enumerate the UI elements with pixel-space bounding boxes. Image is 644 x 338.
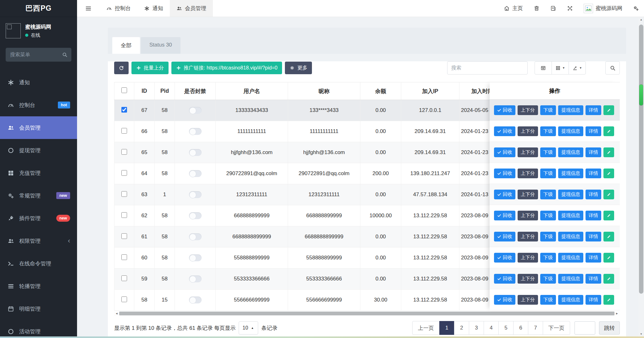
action-lower-level-button[interactable]: 下级 [540,126,556,136]
detail-view-button[interactable] [535,61,552,75]
row-checkbox[interactable] [121,275,127,281]
action-recycle-button[interactable]: 回收 [494,274,515,284]
export-button[interactable]: ▼ [569,61,586,75]
col-username[interactable]: 用户名 [216,82,288,100]
ban-toggle[interactable] [189,191,202,198]
sidebar-item-notice[interactable]: 通知 [0,71,77,94]
page-button-6[interactable]: 6 [513,321,528,335]
horizontal-scrollbar[interactable]: ◄ ► [114,311,619,316]
action-withdraw-info-button[interactable]: 提现信息 [558,105,583,115]
row-checkbox[interactable] [121,254,127,260]
more-button[interactable]: 更多 [285,62,312,74]
col-pid[interactable]: Pid [155,82,175,100]
action-edit-button[interactable] [603,211,614,220]
action-lower-level-button[interactable]: 下级 [540,274,556,284]
page-button-5[interactable]: 5 [498,321,514,335]
page-button-1[interactable]: 1 [439,321,454,335]
sidebar-item-detail[interactable]: 明细管理 [0,297,77,320]
page-button-4[interactable]: 4 [484,321,499,335]
action-updown-score-button[interactable]: 上下分 [518,253,538,263]
row-checkbox[interactable] [121,233,127,239]
action-withdraw-info-button[interactable]: 提现信息 [558,147,583,157]
col-nickname[interactable]: 昵称 [288,82,360,100]
promo-link-button[interactable]: 推广链接: https://btcasino818.vip/#/?pid=0 [171,62,282,74]
ban-toggle[interactable] [189,275,202,282]
home-link[interactable]: 主页 [498,0,528,17]
vertical-scrollbar-thumb[interactable] [639,25,643,294]
action-lower-level-button[interactable]: 下级 [540,169,556,178]
action-detail-button[interactable]: 详情 [586,274,601,284]
action-detail-button[interactable]: 详情 [586,253,601,263]
action-edit-button[interactable] [603,147,614,157]
horizontal-scrollbar-thumb[interactable] [119,312,614,315]
col-join-ip[interactable]: 加入IP [401,82,459,100]
action-updown-score-button[interactable]: 上下分 [518,274,538,284]
action-detail-button[interactable]: 详情 [586,211,601,220]
settings-button[interactable] [628,0,644,17]
clear-cache-link[interactable] [528,0,545,17]
select-all-checkbox[interactable] [121,87,127,93]
action-withdraw-info-button[interactable]: 提现信息 [558,253,583,263]
action-edit-button[interactable] [603,105,614,115]
table-search-input[interactable] [447,61,528,75]
action-lower-level-button[interactable]: 下级 [540,253,556,263]
action-detail-button[interactable]: 详情 [586,147,601,157]
col-banned[interactable]: 是否封禁 [175,82,216,100]
action-recycle-button[interactable]: 回收 [494,105,515,115]
navbar-tab-members[interactable]: 会员管理 [170,0,213,17]
action-recycle-button[interactable]: 回收 [494,147,515,157]
scroll-down-icon[interactable]: ▼ [638,332,644,336]
ban-toggle[interactable] [189,254,202,261]
action-recycle-button[interactable]: 回收 [494,295,515,305]
ban-toggle[interactable] [189,212,202,219]
action-recycle-button[interactable]: 回收 [494,126,515,136]
next-page-button[interactable]: 下一页 [543,321,570,335]
action-withdraw-info-button[interactable]: 提现信息 [558,211,583,220]
sidebar-item-console[interactable]: 控制台hot [0,94,77,116]
sidebar-toggle-button[interactable] [77,0,100,17]
bulk-add-score-button[interactable]: 批量上分 [131,62,169,74]
action-recycle-button[interactable]: 回收 [494,232,515,241]
tab-status-30[interactable]: Status 30 [141,37,180,54]
action-withdraw-info-button[interactable]: 提现信息 [558,169,583,178]
search-button[interactable] [605,61,620,75]
action-updown-score-button[interactable]: 上下分 [518,169,538,178]
prev-page-button[interactable]: 上一页 [412,321,440,335]
user-menu[interactable]: 蜜桃源码网 [578,0,628,17]
vertical-scrollbar[interactable]: ▲ ▼ [638,18,644,336]
action-withdraw-info-button[interactable]: 提现信息 [558,295,583,305]
scroll-up-icon[interactable]: ▲ [638,18,644,22]
sidebar-item-permissions[interactable]: 权限管理‹ [0,230,77,252]
action-updown-score-button[interactable]: 上下分 [518,232,538,241]
page-size-dropdown[interactable]: 10 ▲ [239,321,258,335]
action-edit-button[interactable] [603,169,614,178]
action-edit-button[interactable] [603,126,614,136]
ban-toggle[interactable] [189,128,202,135]
navbar-tab-notice[interactable]: 通知 [137,0,170,17]
ban-toggle[interactable] [189,170,202,177]
sidebar-item-online-command[interactable]: 在线命令管理 [0,252,77,275]
action-recycle-button[interactable]: 回收 [494,211,515,220]
action-edit-button[interactable] [603,274,614,284]
action-withdraw-info-button[interactable]: 提现信息 [558,190,583,199]
action-detail-button[interactable]: 详情 [586,295,601,305]
ban-toggle[interactable] [189,296,202,303]
navbar-tab-console[interactable]: 控制台 [100,0,137,17]
ban-toggle[interactable] [189,107,202,114]
col-id[interactable]: ID [134,82,155,100]
action-updown-score-button[interactable]: 上下分 [518,190,538,199]
page-button-2[interactable]: 2 [454,321,469,335]
ban-toggle[interactable] [189,149,202,156]
action-lower-level-button[interactable]: 下级 [540,232,556,241]
row-checkbox[interactable] [121,191,127,197]
action-updown-score-button[interactable]: 上下分 [518,147,538,157]
page-button-3[interactable]: 3 [469,321,484,335]
action-edit-button[interactable] [603,232,614,241]
action-updown-score-button[interactable]: 上下分 [518,105,538,115]
fullscreen-button[interactable] [562,0,578,17]
action-lower-level-button[interactable]: 下级 [540,211,556,220]
row-checkbox[interactable] [121,149,127,155]
action-detail-button[interactable]: 详情 [586,105,601,115]
sidebar-search-input[interactable] [6,48,71,62]
action-lower-level-button[interactable]: 下级 [540,295,556,305]
